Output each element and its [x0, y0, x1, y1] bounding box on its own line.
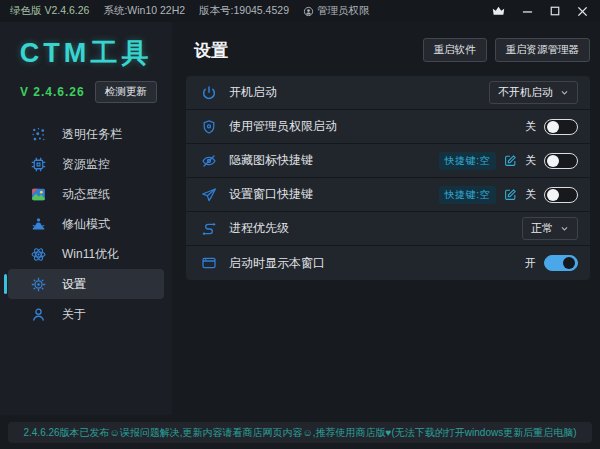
power-icon	[201, 85, 217, 101]
show-window-toggle[interactable]	[544, 255, 578, 271]
sidebar-item-win11-optimize[interactable]: Win11优化	[8, 239, 164, 269]
sidebar-item-label: 动态壁纸	[62, 186, 110, 203]
setting-label: 进程优先级	[229, 220, 289, 237]
setting-label: 启动时显示本窗口	[229, 255, 325, 272]
settings-panel: 开机启动 不开机启动 使用管理员权限启动 关	[186, 76, 590, 280]
window-hotkey-toggle[interactable]	[544, 187, 578, 203]
admin-badge-icon	[303, 6, 314, 17]
setting-row-admin-launch: 使用管理员权限启动 关	[186, 110, 590, 144]
admin-status: 管理员权限	[303, 4, 370, 18]
sidebar-item-dynamic-wallpaper[interactable]: 动态壁纸	[8, 179, 164, 209]
setting-row-hide-icon-hotkey: 隐藏图标快捷键 快捷键:空 关	[186, 144, 590, 178]
system-label: 系统:Win10 22H2	[103, 4, 185, 18]
dropdown-value: 不开机启动	[498, 85, 553, 100]
sidebar-item-resource-monitor[interactable]: 资源监控	[8, 149, 164, 179]
atom-icon	[30, 246, 47, 263]
edit-icon[interactable]	[504, 154, 517, 167]
status-message: 2.4.6.26版本已发布☺误报问题解决,更新内容请看商店网页内容☺,推荐使用商…	[23, 426, 576, 440]
setting-row-process-priority: 进程优先级 正常	[186, 212, 590, 246]
toggle-knob	[563, 257, 575, 269]
restart-app-button[interactable]: 重启软件	[423, 38, 487, 62]
sidebar-item-label: 资源监控	[62, 156, 110, 173]
setting-label: 使用管理员权限启动	[229, 118, 337, 135]
main-content: 设置 重启软件 重启资源管理器 开机启动 不开机启动	[172, 22, 600, 280]
edition-label: 绿色版 V2.4.6.26	[10, 4, 89, 18]
startup-dropdown[interactable]: 不开机启动	[489, 81, 578, 104]
setting-row-window-hotkey: 设置窗口快捷键 快捷键:空 关	[186, 178, 590, 212]
toggle-state-label: 关	[525, 187, 536, 202]
check-update-button[interactable]: 检测更新	[95, 81, 157, 103]
cpu-icon	[30, 156, 47, 173]
hotkey-badge[interactable]: 快捷键:空	[439, 152, 496, 170]
window-controls	[492, 6, 588, 17]
setting-label: 开机启动	[229, 84, 277, 101]
paper-plane-icon	[201, 187, 217, 203]
dropdown-value: 正常	[531, 221, 553, 236]
sidebar: CTM工具 V 2.4.6.26 检测更新 透明任务栏 资源监控	[0, 22, 172, 415]
admin-label: 管理员权限	[317, 4, 370, 18]
admin-launch-toggle[interactable]	[544, 119, 578, 135]
meditation-icon	[30, 216, 47, 233]
sidebar-item-label: 关于	[62, 306, 86, 323]
process-icon	[201, 221, 217, 237]
eye-off-icon	[201, 153, 217, 169]
user-icon	[30, 306, 47, 323]
sidebar-item-label: Win11优化	[62, 246, 119, 263]
wallpaper-icon	[30, 186, 47, 203]
close-button[interactable]	[577, 6, 588, 17]
maximize-button[interactable]	[550, 6, 560, 16]
chevron-down-icon	[560, 88, 569, 97]
hide-icon-hotkey-toggle[interactable]	[544, 153, 578, 169]
toggle-knob	[547, 121, 559, 133]
titlebar: 绿色版 V2.4.6.26 系统:Win10 22H2 版本号:19045.45…	[0, 0, 600, 22]
sidebar-item-transparent-taskbar[interactable]: 透明任务栏	[8, 119, 164, 149]
restart-explorer-button[interactable]: 重启资源管理器	[495, 38, 591, 62]
sidebar-item-label: 透明任务栏	[62, 126, 122, 143]
toggle-state-label: 关	[525, 153, 536, 168]
chevron-down-icon	[560, 224, 569, 233]
sidebar-item-label: 修仙模式	[62, 216, 110, 233]
setting-label: 隐藏图标快捷键	[229, 152, 313, 169]
shield-icon	[201, 119, 217, 135]
sidebar-menu: 透明任务栏 资源监控 动态壁纸 修仙模式	[0, 119, 172, 329]
sidebar-item-immortal-mode[interactable]: 修仙模式	[8, 209, 164, 239]
sidebar-item-settings[interactable]: 设置	[8, 269, 164, 299]
hotkey-badge[interactable]: 快捷键:空	[439, 186, 496, 204]
minimize-button[interactable]	[522, 6, 533, 17]
crown-icon[interactable]	[492, 6, 505, 17]
priority-dropdown[interactable]: 正常	[522, 217, 578, 240]
toggle-state-label: 关	[525, 119, 536, 134]
scatter-dots-icon	[30, 126, 47, 143]
window-icon	[201, 255, 217, 271]
edit-icon[interactable]	[504, 188, 517, 201]
app-version: V 2.4.6.26	[20, 85, 85, 99]
statusbar: 2.4.6.26版本已发布☺误报问题解决,更新内容请看商店网页内容☺,推荐使用商…	[8, 422, 592, 443]
app-logo: CTM工具	[0, 35, 172, 71]
setting-label: 设置窗口快捷键	[229, 186, 313, 203]
setting-row-startup: 开机启动 不开机启动	[186, 76, 590, 110]
toggle-knob	[547, 155, 559, 167]
toggle-state-label: 开	[525, 256, 536, 271]
page-title: 设置	[194, 39, 228, 62]
gear-icon	[30, 276, 47, 293]
setting-row-show-window: 启动时显示本窗口 开	[186, 246, 590, 280]
sidebar-item-about[interactable]: 关于	[8, 299, 164, 329]
sidebar-item-label: 设置	[62, 276, 86, 293]
toggle-knob	[547, 189, 559, 201]
build-label: 版本号:19045.4529	[199, 4, 289, 18]
